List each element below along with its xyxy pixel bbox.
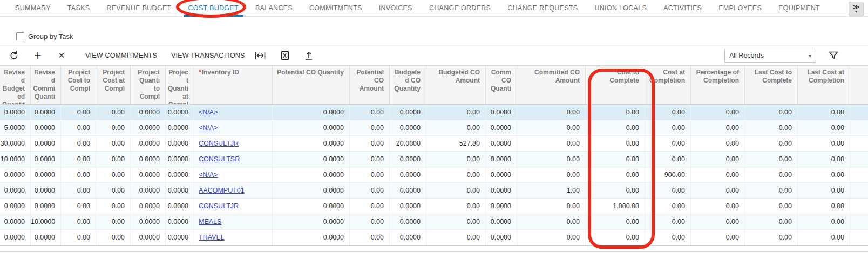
grid-cell[interactable]: 0.00 <box>61 105 96 120</box>
grid-cell[interactable]: 0.00 <box>350 230 390 245</box>
grid-cell[interactable]: 0.00 <box>350 167 390 182</box>
inventory-id-link[interactable]: CONSULTJR <box>199 202 239 210</box>
grid-cell[interactable]: CONSULTSR <box>194 152 273 167</box>
column-header-last-cost-at-completion[interactable]: Last Cost at Completion <box>798 66 850 104</box>
grid-cell[interactable]: 0.0000 <box>273 120 350 135</box>
records-filter-select[interactable]: All Records ▾ <box>724 49 816 63</box>
column-header-revised-commi-quanti[interactable]: Revised Commi Quanti <box>31 66 61 104</box>
grid-cell[interactable]: 0.00 <box>798 120 850 135</box>
grid-cell[interactable]: 30.0000 <box>0 136 31 151</box>
add-row-button[interactable]: + <box>32 50 43 61</box>
grid-cell[interactable]: 0.00 <box>350 105 390 120</box>
grid-cell[interactable]: 0.00 <box>798 105 850 120</box>
grid-cell[interactable]: 0.00 <box>61 167 96 182</box>
column-header-potential-co-amount[interactable]: Potential CO Amount <box>350 66 390 104</box>
grid-cell[interactable]: 0.00 <box>426 214 486 229</box>
grid-cell[interactable]: 0.0000 <box>166 167 194 182</box>
grid-cell[interactable]: 0.0000 <box>131 136 166 151</box>
inventory-id-link[interactable]: AACOMPUT01 <box>199 187 245 194</box>
grid-cell[interactable]: 0.0000 <box>486 199 517 214</box>
grid-cell[interactable]: 0.00 <box>691 167 745 182</box>
column-header-committed-co-amount[interactable]: Committed CO Amount <box>517 66 586 104</box>
inventory-id-link[interactable]: <N/A> <box>199 108 218 116</box>
grid-cell[interactable]: CONSULTJR <box>194 136 273 151</box>
grid-cell[interactable]: 0.0000 <box>131 183 166 198</box>
grid-cell[interactable]: 0.00 <box>691 136 745 151</box>
group-by-task-checkbox[interactable] <box>16 32 24 40</box>
grid-cell[interactable]: 0.00 <box>350 199 390 214</box>
grid-cell[interactable]: 0.0000 <box>166 183 194 198</box>
grid-cell[interactable]: 0.0000 <box>486 167 517 182</box>
grid-cell[interactable]: 0.00 <box>517 230 586 245</box>
grid-row-9[interactable]: 0.00000.00000.000.000.00000.0000TRAVEL0.… <box>0 230 868 245</box>
grid-cell[interactable]: 0.00 <box>645 105 691 120</box>
view-transactions-button[interactable]: VIEW TRANSACTIONS <box>171 52 245 59</box>
grid-row-8[interactable]: 0.000010.00000.000.000.00000.0000MEALS0.… <box>0 214 868 230</box>
tab-revenue-budget[interactable]: REVENUE BUDGET <box>106 0 171 17</box>
grid-cell[interactable]: 0.00 <box>426 120 486 135</box>
grid-cell[interactable]: 0.0000 <box>486 183 517 198</box>
grid-cell[interactable]: 0.0000 <box>0 199 31 214</box>
grid-cell[interactable]: AACOMPUT01 <box>194 183 273 198</box>
column-header-cost-to-complete[interactable]: Cost to Complete <box>586 66 645 104</box>
tab-tasks[interactable]: TASKS <box>67 0 90 17</box>
grid-cell[interactable]: 1.00 <box>517 183 586 198</box>
grid-cell[interactable]: 0.00 <box>426 183 486 198</box>
grid-cell[interactable]: 0.0000 <box>131 105 166 120</box>
grid-cell[interactable]: 0.00 <box>586 230 645 245</box>
grid-cell[interactable]: 0.0000 <box>31 105 61 120</box>
tab-union-locals[interactable]: UNION LOCALS <box>594 0 647 17</box>
grid-cell[interactable]: 0.00 <box>691 230 745 245</box>
grid-cell[interactable]: 0.00 <box>691 183 745 198</box>
grid-cell[interactable]: 0.0000 <box>273 183 350 198</box>
grid-cell[interactable]: 0.00 <box>350 136 390 151</box>
grid-cell[interactable]: 5.0000 <box>0 120 31 135</box>
grid-cell[interactable]: 0.00 <box>96 183 131 198</box>
column-header-budgeted-co-amount[interactable]: Budgeted CO Amount <box>426 66 486 104</box>
grid-cell[interactable]: 0.00 <box>798 167 850 182</box>
grid-cell[interactable]: 0.0000 <box>390 152 426 167</box>
grid-cell[interactable]: 0.0000 <box>486 120 517 135</box>
grid-cell[interactable]: 0.00 <box>645 183 691 198</box>
grid-cell[interactable]: 0.0000 <box>131 230 166 245</box>
tab-equipment[interactable]: EQUIPMENT <box>778 0 820 17</box>
grid-cell[interactable]: 0.0000 <box>131 167 166 182</box>
grid-cell[interactable]: CONSULTJR <box>194 199 273 214</box>
grid-cell[interactable]: 0.0000 <box>390 120 426 135</box>
grid-cell[interactable]: 0.0000 <box>0 214 31 229</box>
grid-cell[interactable]: 0.00 <box>96 214 131 229</box>
grid-row-6[interactable]: 0.00000.00000.000.000.00000.0000AACOMPUT… <box>0 183 868 199</box>
grid-cell[interactable]: 0.0000 <box>390 199 426 214</box>
grid-cell[interactable]: 0.00 <box>517 120 586 135</box>
grid-cell[interactable]: 0.00 <box>61 120 96 135</box>
grid-cell[interactable]: 0.0000 <box>486 152 517 167</box>
inventory-id-link[interactable]: <N/A> <box>199 171 218 179</box>
grid-cell[interactable]: 0.00 <box>798 183 850 198</box>
grid-cell[interactable]: 0.00 <box>745 199 798 214</box>
inventory-id-link[interactable]: CONSULTSR <box>199 155 240 163</box>
grid-cell[interactable]: 0.00 <box>745 167 798 182</box>
grid-cell[interactable]: 0.00 <box>798 199 850 214</box>
grid-cell[interactable]: 0.00 <box>350 214 390 229</box>
column-header-revised-budgeted-quantity[interactable]: Revised Budgeted Quantity <box>0 66 31 104</box>
grid-cell[interactable]: 0.00 <box>798 136 850 151</box>
tab-activities[interactable]: ACTIVITIES <box>663 0 702 17</box>
grid-cell[interactable]: 0.0000 <box>166 105 194 120</box>
grid-cell[interactable]: 0.0000 <box>390 105 426 120</box>
grid-cell[interactable]: 0.00 <box>426 167 486 182</box>
column-header-project-quanti-at-compl[interactable]: Project Quanti at Compl <box>166 66 194 104</box>
grid-cell[interactable]: 0.0000 <box>0 105 31 120</box>
grid-cell[interactable]: 0.0000 <box>31 199 61 214</box>
export-excel-button[interactable]: X <box>280 50 290 61</box>
grid-cell[interactable]: 0.0000 <box>131 199 166 214</box>
grid-cell[interactable]: MEALS <box>194 214 273 229</box>
grid-cell[interactable]: 0.00 <box>96 105 131 120</box>
grid-row-3[interactable]: 30.00000.00000.000.000.00000.0000CONSULT… <box>0 136 868 152</box>
grid-cell[interactable]: 0.0000 <box>486 105 517 120</box>
grid-cell[interactable]: 0.00 <box>517 136 586 151</box>
tab-overflow-button[interactable]: ≫ ▾ <box>849 2 864 16</box>
tab-balances[interactable]: BALANCES <box>255 0 293 17</box>
grid-cell[interactable]: 0.00 <box>96 199 131 214</box>
grid-cell[interactable]: 0.00 <box>745 136 798 151</box>
grid-cell[interactable]: 0.0000 <box>273 105 350 120</box>
